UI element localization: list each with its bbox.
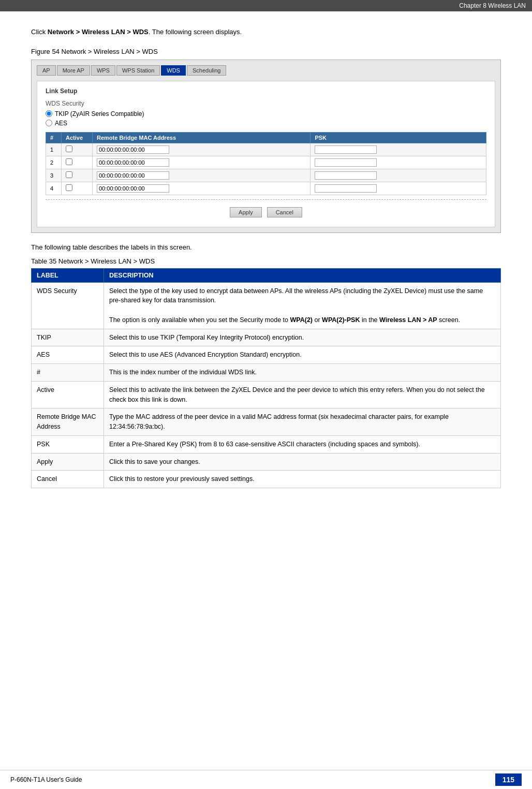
row3-psk-input[interactable] <box>315 171 377 180</box>
row2-checkbox[interactable] <box>66 158 72 165</box>
tkip-radio-option[interactable]: TKIP (ZyAIR Series Compatible) <box>46 110 486 118</box>
chapter-title: Chapter 8 Wireless LAN <box>459 2 526 9</box>
figure-caption-text: Network > Wireless LAN > WDS <box>60 48 158 55</box>
wds-table: # Active Remote Bridge MAC Address PSK 1 <box>46 132 486 195</box>
button-row: Apply Cancel <box>46 207 486 221</box>
figure-caption: Figure 54 Network > Wireless LAN > WDS <box>31 48 501 55</box>
desc-col-desc: DESCRIPTION <box>104 268 501 282</box>
row2-mac-input[interactable] <box>97 158 169 167</box>
desc-col-label: LABEL <box>32 268 104 282</box>
row-label-psk: PSK <box>32 435 104 453</box>
table-row: 4 <box>46 182 486 195</box>
aes-radio[interactable] <box>46 120 52 126</box>
apply-button[interactable]: Apply <box>230 207 262 217</box>
row-label-aes: AES <box>32 346 104 364</box>
row4-num: 4 <box>46 182 62 195</box>
row1-psk-input[interactable] <box>315 145 377 154</box>
cancel-button[interactable]: Cancel <box>267 207 302 217</box>
tab-scheduling[interactable]: Scheduling <box>187 65 226 76</box>
tab-ap[interactable]: AP <box>37 65 56 76</box>
tkip-radio[interactable] <box>46 110 52 117</box>
row1-checkbox[interactable] <box>66 145 72 152</box>
row-desc-cancel: Click this to restore your previously sa… <box>104 471 501 488</box>
table-row: Remote Bridge MAC Address Type the MAC a… <box>32 408 501 436</box>
row4-active[interactable] <box>62 182 93 195</box>
table-row: # This is the index number of the indivi… <box>32 364 501 382</box>
col-header-mac: Remote Bridge MAC Address <box>93 132 311 143</box>
table-row: TKIP Select this to use TKIP (Temporal K… <box>32 329 501 346</box>
row-desc-remote-bridge: Type the MAC address of the peer device … <box>104 408 501 436</box>
page-footer: P-660N-T1A User's Guide 115 <box>0 770 532 789</box>
tab-wps[interactable]: WPS <box>91 65 115 76</box>
tab-wds[interactable]: WDS <box>161 65 186 76</box>
table-row: Active Select this to activate the link … <box>32 381 501 408</box>
table-row: 2 <box>46 156 486 169</box>
row1-active[interactable] <box>62 143 93 156</box>
row3-mac[interactable] <box>93 169 311 182</box>
row-desc-tkip: Select this to use TKIP (Temporal Key In… <box>104 329 501 346</box>
inner-panel: Link Setup WDS Security TKIP (ZyAIR Seri… <box>37 81 495 227</box>
footer-left: P-660N-T1A User's Guide <box>10 776 82 783</box>
table-row: 1 <box>46 143 486 156</box>
row-desc-psk: Enter a Pre-Shared Key (PSK) from 8 to 6… <box>104 435 501 453</box>
dashed-divider <box>46 199 486 200</box>
row2-mac[interactable] <box>93 156 311 169</box>
row4-mac-input[interactable] <box>97 184 169 193</box>
row1-mac[interactable] <box>93 143 311 156</box>
row1-mac-input[interactable] <box>97 145 169 154</box>
row2-psk[interactable] <box>311 156 486 169</box>
row4-mac[interactable] <box>93 182 311 195</box>
tab-more-ap[interactable]: More AP <box>57 65 90 76</box>
row-desc-active: Select this to activate the link between… <box>104 381 501 408</box>
row2-psk-input[interactable] <box>315 158 377 167</box>
row-desc-hash: This is the index number of the individu… <box>104 364 501 382</box>
table-row: PSK Enter a Pre-Shared Key (PSK) from 8 … <box>32 435 501 453</box>
row-desc-apply: Click this to save your changes. <box>104 453 501 471</box>
table-row: 3 <box>46 169 486 182</box>
tkip-label: TKIP (ZyAIR Series Compatible) <box>55 110 144 118</box>
row-label-cancel: Cancel <box>32 471 104 488</box>
screen-simulation: AP More AP WPS WPS Station WDS Schedulin… <box>31 60 501 233</box>
row-label-hash: # <box>32 364 104 382</box>
row3-active[interactable] <box>62 169 93 182</box>
figure-label: Figure 54 <box>31 48 60 55</box>
tab-bar: AP More AP WPS WPS Station WDS Schedulin… <box>37 65 495 76</box>
table-row: Cancel Click this to restore your previo… <box>32 471 501 488</box>
aes-radio-option[interactable]: AES <box>46 120 486 127</box>
col-header-psk: PSK <box>311 132 486 143</box>
description-table: LABEL DESCRIPTION WDS Security Select th… <box>31 268 501 489</box>
row-label-tkip: TKIP <box>32 329 104 346</box>
main-content: Click Network > Wireless LAN > WDS. The … <box>0 11 532 509</box>
wds-security-label: WDS Security <box>46 100 486 107</box>
following-text: The following table describes the labels… <box>31 243 501 251</box>
row2-active[interactable] <box>62 156 93 169</box>
row1-num: 1 <box>46 143 62 156</box>
intro-paragraph: Click Network > Wireless LAN > WDS. The … <box>31 27 501 37</box>
col-header-active: Active <box>62 132 93 143</box>
table35-label: Table 35 <box>31 257 56 265</box>
row1-psk[interactable] <box>311 143 486 156</box>
table35-caption: Table 35 Network > Wireless LAN > WDS <box>31 257 501 265</box>
row3-num: 3 <box>46 169 62 182</box>
row4-checkbox[interactable] <box>66 184 72 191</box>
table-row: Apply Click this to save your changes. <box>32 453 501 471</box>
row-desc-aes: Select this to use AES (Advanced Encrypt… <box>104 346 501 364</box>
chapter-header: Chapter 8 Wireless LAN <box>0 0 532 11</box>
table-row: WDS Security Select the type of the key … <box>32 282 501 329</box>
row2-num: 2 <box>46 156 62 169</box>
intro-text-after: . The following screen displays. <box>149 28 242 36</box>
row3-mac-input[interactable] <box>97 171 169 180</box>
aes-label: AES <box>55 120 67 127</box>
row3-checkbox[interactable] <box>66 171 72 178</box>
intro-bold: Network > Wireless LAN > WDS <box>48 28 149 36</box>
row4-psk-input[interactable] <box>315 184 377 193</box>
row-label-apply: Apply <box>32 453 104 471</box>
intro-text-before: Click <box>31 28 48 36</box>
row3-psk[interactable] <box>311 169 486 182</box>
row-desc-wds-security: Select the type of the key used to encry… <box>104 282 501 329</box>
col-header-num: # <box>46 132 62 143</box>
tab-wps-station[interactable]: WPS Station <box>116 65 160 76</box>
row-label-wds-security: WDS Security <box>32 282 104 329</box>
table35-caption-text: Network > Wireless LAN > WDS <box>56 257 155 265</box>
row4-psk[interactable] <box>311 182 486 195</box>
